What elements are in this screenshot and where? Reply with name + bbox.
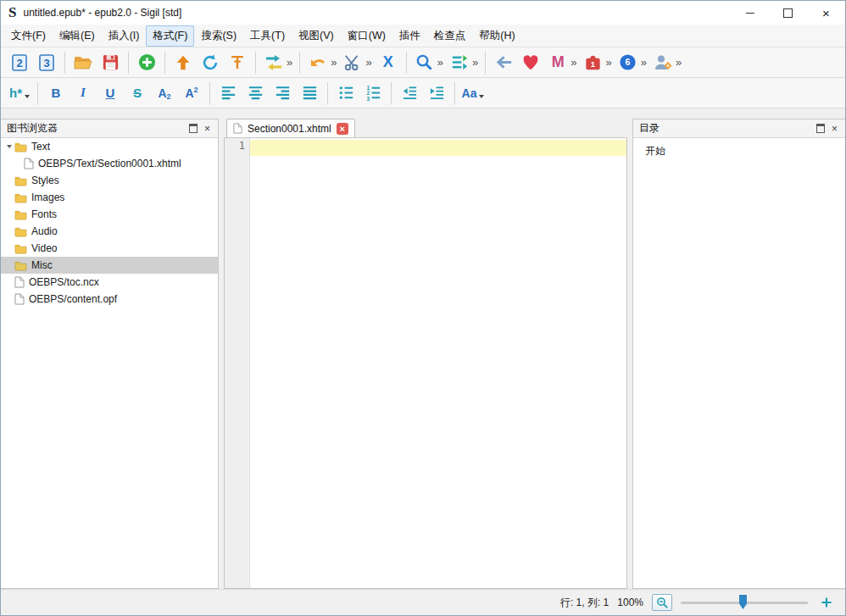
- cut-button[interactable]: [340, 50, 365, 75]
- check-x-button[interactable]: X: [376, 50, 401, 75]
- sigil-logo-icon: S: [8, 4, 16, 21]
- align-left-button[interactable]: [215, 80, 241, 106]
- toolbar-overflow-chevron[interactable]: »: [331, 56, 337, 69]
- maximize-button[interactable]: [769, 1, 807, 25]
- close-panel-button[interactable]: ×: [827, 122, 842, 136]
- tree-item-toc-ncx[interactable]: OEBPS/toc.ncx: [1, 274, 218, 291]
- bullet-list-button[interactable]: [333, 80, 359, 106]
- superscript-button[interactable]: A 2: [179, 80, 204, 106]
- zoom-in-button[interactable]: [816, 594, 837, 611]
- toolbar-separator: [485, 52, 486, 74]
- bold-button[interactable]: B: [43, 80, 69, 106]
- menu-view[interactable]: 视图(V): [292, 25, 341, 47]
- strikethrough-icon: S: [133, 86, 142, 100]
- toc-entry-start[interactable]: 开始: [633, 138, 845, 158]
- index-editor-button[interactable]: [447, 50, 472, 75]
- text-case-button[interactable]: Aa: [460, 80, 486, 106]
- toolbar-overflow-chevron[interactable]: »: [437, 56, 443, 69]
- menu-insert[interactable]: 插入(I): [102, 25, 147, 47]
- tree-item-misc-folder[interactable]: Misc: [1, 257, 218, 274]
- indent-button[interactable]: [424, 80, 449, 106]
- menu-checkpoint[interactable]: 检查点: [427, 25, 473, 47]
- tree-item-styles-folder[interactable]: Styles: [1, 172, 218, 189]
- menu-file[interactable]: 文件(F): [4, 25, 53, 47]
- subscript-button[interactable]: A 2: [152, 80, 177, 106]
- svg-text:1: 1: [591, 59, 596, 69]
- toc-title: 目录: [639, 121, 660, 136]
- align-right-button[interactable]: [270, 80, 295, 106]
- add-plus-icon: [137, 53, 157, 72]
- heading-select-button[interactable]: h*: [7, 80, 32, 106]
- menu-plugins[interactable]: 插件: [392, 25, 427, 47]
- tree-item-fonts-folder[interactable]: Fonts: [1, 206, 218, 223]
- open-file-button[interactable]: [70, 50, 96, 75]
- align-justify-icon: [302, 85, 318, 101]
- toolbar-overflow-chevron[interactable]: »: [365, 56, 371, 69]
- menu-tools[interactable]: 工具(T): [243, 25, 292, 47]
- minimize-button[interactable]: [731, 1, 769, 25]
- align-justify-button[interactable]: [297, 80, 322, 106]
- toolbar-overflow-chevron[interactable]: »: [287, 56, 292, 69]
- float-panel-button[interactable]: [186, 122, 200, 136]
- donate-button[interactable]: [518, 50, 543, 75]
- puzzle-1-icon: 1: [583, 53, 603, 72]
- menu-window[interactable]: 窗口(W): [341, 25, 392, 47]
- save-button[interactable]: [97, 50, 123, 75]
- toolbar-overflow-chevron[interactable]: »: [472, 56, 478, 69]
- menu-format[interactable]: 格式(F): [146, 25, 194, 47]
- tree-item-content-opf[interactable]: OEBPS/content.opf: [1, 291, 218, 308]
- italic-button[interactable]: I: [70, 80, 96, 106]
- tree-item-section0001[interactable]: OEBPS/Text/Section0001.xhtml: [1, 155, 218, 172]
- split-at-cursor-button[interactable]: [261, 50, 287, 75]
- insert-special-button[interactable]: [225, 50, 250, 75]
- numbered-list-button[interactable]: 123: [360, 80, 386, 106]
- close-button[interactable]: ×: [807, 1, 845, 25]
- book-browser-title: 图书浏览器: [7, 121, 58, 136]
- outdent-button[interactable]: [397, 80, 422, 106]
- plugin-1-button[interactable]: 1: [580, 50, 605, 75]
- toolbar-overflow-chevron[interactable]: »: [641, 56, 647, 69]
- align-center-button[interactable]: [242, 80, 268, 106]
- zoom-out-button[interactable]: [652, 594, 672, 611]
- toolbar-overflow-chevron[interactable]: »: [605, 56, 611, 69]
- float-panel-button[interactable]: [813, 122, 827, 136]
- undo-button[interactable]: [305, 50, 331, 75]
- code-area[interactable]: [250, 138, 626, 588]
- user-gear-icon: [653, 53, 673, 73]
- epub3-button[interactable]: 3: [34, 50, 59, 75]
- tree-item-images-folder[interactable]: Images: [1, 189, 218, 206]
- toolbar-overflow-chevron[interactable]: »: [570, 56, 576, 69]
- menu-help[interactable]: 帮助(H): [472, 25, 521, 47]
- close-panel-button[interactable]: ×: [200, 122, 214, 136]
- zoom-slider-handle[interactable]: [739, 595, 747, 609]
- plugin-m-button[interactable]: M: [545, 50, 570, 75]
- find-replace-button[interactable]: [412, 50, 437, 75]
- zoom-out-icon: [656, 597, 669, 609]
- file-icon: [24, 158, 34, 169]
- folder-icon: [14, 192, 27, 203]
- tab-section0001[interactable]: Section0001.xhtml ×: [226, 119, 355, 137]
- file-icon: [14, 276, 25, 288]
- chevron-expanded-icon[interactable]: [3, 145, 14, 148]
- close-icon: ×: [204, 124, 210, 134]
- menu-edit[interactable]: 编辑(E): [53, 25, 102, 47]
- zoom-slider[interactable]: [681, 594, 808, 611]
- plugin-user-button[interactable]: [650, 50, 676, 75]
- tree-item-video-folder[interactable]: Video: [1, 240, 218, 257]
- underline-button[interactable]: U: [97, 80, 123, 106]
- tree-item-text-folder[interactable]: Text: [1, 138, 218, 155]
- toolbar-overflow-chevron[interactable]: »: [676, 56, 682, 69]
- back-button[interactable]: [491, 50, 516, 75]
- strikethrough-button[interactable]: S: [125, 80, 150, 106]
- main-toolbar: 2 3 » »: [1, 47, 845, 78]
- tree-item-audio-folder[interactable]: Audio: [1, 223, 218, 240]
- epub2-button[interactable]: 2: [7, 50, 32, 75]
- add-file-button[interactable]: [134, 50, 159, 75]
- code-editor[interactable]: 1: [224, 137, 627, 589]
- refresh-button[interactable]: [198, 50, 223, 75]
- tab-close-button[interactable]: ×: [337, 123, 348, 135]
- up-arrow-button[interactable]: [170, 50, 196, 75]
- menu-search[interactable]: 搜索(S): [194, 25, 243, 47]
- file-icon: [14, 293, 25, 305]
- plugin-6-button[interactable]: 6: [615, 50, 641, 75]
